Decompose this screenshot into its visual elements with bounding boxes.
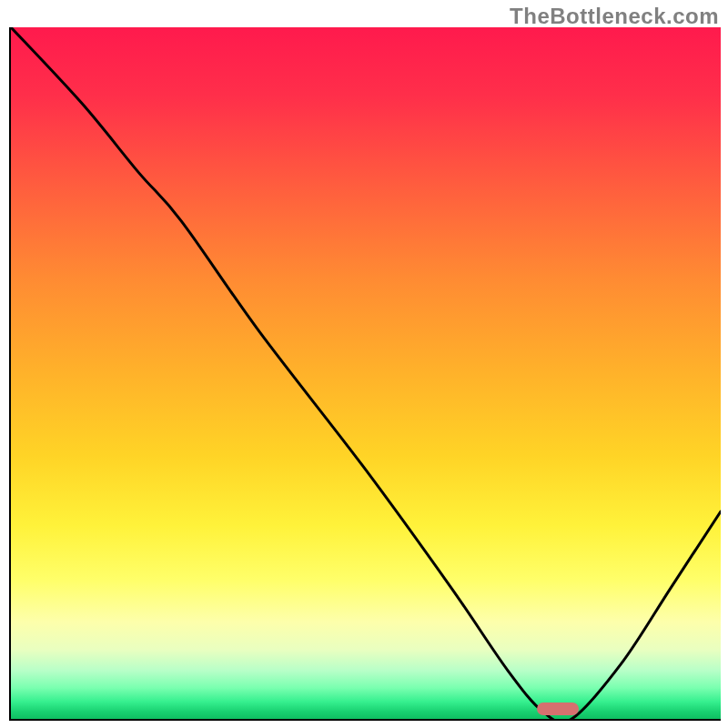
- plot-area: [9, 27, 721, 721]
- optimal-marker: [537, 703, 579, 715]
- bottleneck-curve-path: [11, 27, 721, 719]
- watermark-text: TheBottleneck.com: [510, 4, 719, 29]
- curve-svg: [11, 27, 721, 719]
- chart-frame: TheBottleneck.com: [0, 0, 728, 728]
